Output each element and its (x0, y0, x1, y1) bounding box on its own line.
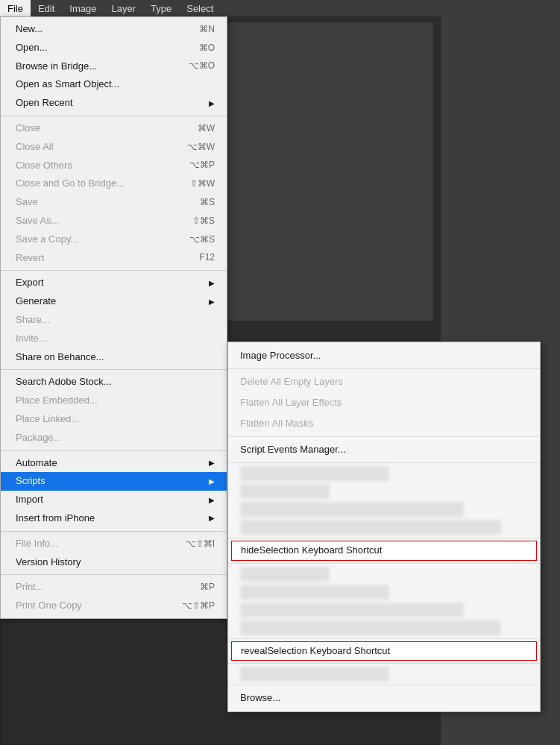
menu-item-insert-iphone[interactable]: Insert from iPhone ▶ (1, 509, 227, 528)
menu-layer[interactable]: Layer (104, 0, 144, 16)
menu-item-print[interactable]: Print... ⌘P (1, 578, 227, 597)
menu-item-adobe-stock[interactable]: Search Adobe Stock... (1, 373, 227, 392)
separator-1 (1, 116, 227, 116)
menu-item-browse-bridge[interactable]: Browse in Bridge... ⌥⌘O (1, 57, 227, 76)
sub-sep-3 (228, 462, 540, 463)
submenu-reveal-selection[interactable]: revealSelection Keyboard Shortcut (231, 641, 537, 661)
menu-item-save[interactable]: Save ⌘S (1, 193, 227, 212)
menu-item-open-smart[interactable]: Open as Smart Object... (1, 75, 227, 94)
submenu-image-processor[interactable]: Image Processor... (228, 345, 540, 366)
blurred-row-8 (240, 620, 501, 635)
separator-6 (1, 574, 227, 575)
menu-item-save-as[interactable]: Save As... ⇧⌘S (1, 212, 227, 230)
sub-sep-8 (228, 685, 540, 685)
menu-item-package[interactable]: Package... (1, 429, 227, 447)
blurred-row-5 (240, 567, 330, 582)
menu-item-share[interactable]: Share... (1, 311, 227, 330)
separator-2 (1, 270, 227, 271)
menu-item-scripts[interactable]: Scripts ▶ (1, 472, 227, 491)
menu-item-file-info[interactable]: File Info... ⌥⇧⌘I (1, 535, 227, 553)
separator-4 (1, 450, 227, 451)
menu-item-place-embedded[interactable]: Place Embedded... (1, 392, 227, 410)
sub-sep-6 (228, 638, 540, 639)
blurred-row-4 (240, 520, 501, 535)
menu-item-close[interactable]: Close ⌘W (1, 119, 227, 138)
menu-edit[interactable]: Edit (31, 0, 62, 16)
menu-item-revert[interactable]: Revert F12 (1, 249, 227, 268)
menu-type[interactable]: Type (143, 0, 179, 16)
sub-sep-4 (228, 538, 540, 538)
menu-item-print-one[interactable]: Print One Copy ⌥⇧⌘P (1, 597, 227, 615)
blurred-row-6 (240, 585, 389, 600)
separator-3 (1, 369, 227, 370)
menu-item-import[interactable]: Import ▶ (1, 491, 227, 509)
menu-item-new[interactable]: New... ⌘N (1, 20, 227, 39)
menu-bar: File Edit Image Layer Type Select (0, 0, 560, 16)
menu-item-close-all[interactable]: Close All ⌥⌘W (1, 138, 227, 157)
submenu-browse[interactable]: Browse... (228, 688, 540, 708)
menu-item-open[interactable]: Open... ⌘O (1, 39, 227, 57)
menu-item-invite[interactable]: Invite... (1, 330, 227, 348)
menu-item-generate[interactable]: Generate ▶ (1, 292, 227, 311)
menu-item-behance[interactable]: Share on Behance... (1, 348, 227, 367)
sub-sep-5 (228, 563, 540, 564)
menu-item-close-others[interactable]: Close Others ⌥⌘P (1, 157, 227, 175)
submenu-flatten-masks[interactable]: Flatten All Masks (228, 413, 540, 434)
sub-sep-2 (228, 436, 540, 437)
blurred-row-2 (240, 484, 330, 499)
submenu-script-events-manager[interactable]: Script Events Manager... (228, 439, 540, 460)
blurred-row-9 (240, 667, 389, 682)
sub-sep-1 (228, 368, 540, 369)
blurred-row-3 (240, 502, 464, 517)
menu-file[interactable]: File (0, 0, 31, 16)
menu-item-place-linked[interactable]: Place Linked... (1, 410, 227, 429)
menu-image[interactable]: Image (62, 0, 104, 16)
menu-item-version-history[interactable]: Version History (1, 553, 227, 572)
menu-select[interactable]: Select (179, 0, 221, 16)
menu-item-automate[interactable]: Automate ▶ (1, 454, 227, 473)
menu-item-close-go-bridge[interactable]: Close and Go to Bridge... ⇧⌘W (1, 175, 227, 193)
submenu-hide-selection[interactable]: hideSelection Keyboard Shortcut (231, 541, 537, 560)
file-dropdown: New... ⌘N Open... ⌘O Browse in Bridge...… (0, 16, 227, 619)
sub-sep-7 (228, 663, 540, 664)
submenu-delete-empty-layers[interactable]: Delete All Empty Layers (228, 371, 540, 392)
blurred-row-1 (240, 466, 389, 481)
menu-item-save-copy[interactable]: Save a Copy... ⌥⌘S (1, 230, 227, 249)
menu-item-open-recent[interactable]: Open Recent ▶ (1, 94, 227, 113)
scripts-submenu: Image Processor... Delete All Empty Laye… (227, 342, 541, 712)
blurred-row-7 (240, 603, 464, 617)
submenu-flatten-effects[interactable]: Flatten All Layer Effects (228, 392, 540, 413)
menu-item-export[interactable]: Export ▶ (1, 274, 227, 292)
separator-5 (1, 531, 227, 532)
